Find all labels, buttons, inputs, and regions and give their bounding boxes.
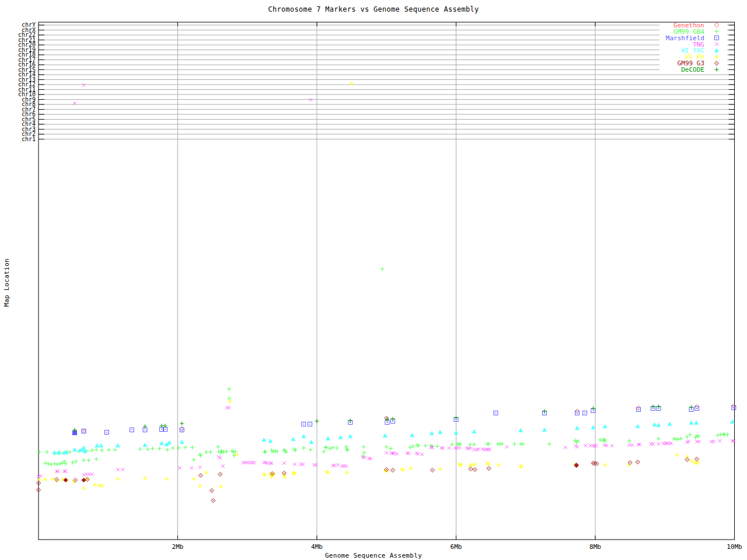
series-wi_yac bbox=[53, 420, 734, 454]
chart-canvas: chrYchrXchr22chr21chr20chr19chr18chr17ch… bbox=[0, 0, 747, 560]
chr-label-chr1: chr1 bbox=[22, 136, 36, 142]
series-tng bbox=[37, 83, 735, 478]
x-axis-label: Genome Sequence Assembly bbox=[0, 552, 747, 559]
chromosome-labels: chrYchrXchr22chr21chr20chr19chr18chr17ch… bbox=[18, 22, 36, 142]
series-gm99_g3 bbox=[36, 416, 699, 502]
y-axis-label: Map Location bbox=[3, 254, 11, 312]
chart-title: Chromosome 7 Markers vs Genome Sequence … bbox=[0, 5, 747, 13]
x-tick-labels: 2Mb4Mb6Mb8Mb10Mb bbox=[172, 543, 742, 551]
legend-marker-wi_rh bbox=[715, 55, 719, 59]
x-tick-10Mb: 10Mb bbox=[727, 543, 742, 551]
gnuplot-chart-window: chrYchrXchr22chr21chr20chr19chr18chr17ch… bbox=[0, 0, 747, 560]
x-tick-8Mb: 8Mb bbox=[589, 543, 601, 551]
series-decode bbox=[73, 405, 694, 432]
x-tick-2Mb: 2Mb bbox=[172, 543, 184, 551]
chromosome-lines bbox=[39, 25, 735, 139]
series-marshfield bbox=[73, 406, 736, 435]
plot-border bbox=[39, 22, 735, 540]
x-gridlines bbox=[178, 22, 596, 540]
x-tick-4Mb: 4Mb bbox=[311, 543, 323, 551]
series-wi_rh bbox=[37, 82, 700, 491]
x-tick-6Mb: 6Mb bbox=[451, 543, 462, 551]
legend-label-decode: DeCODE bbox=[681, 66, 704, 74]
